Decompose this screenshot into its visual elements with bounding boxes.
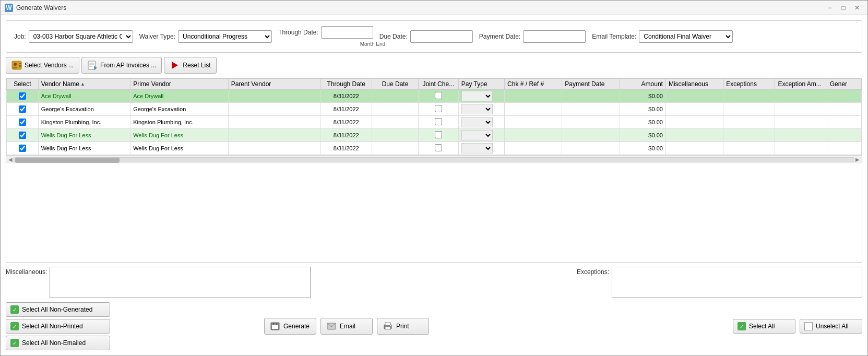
cell-amount-3: $0.00	[620, 129, 665, 142]
paytype-select-2[interactable]	[461, 117, 493, 127]
paytype-select-1[interactable]	[461, 104, 493, 114]
th-gener[interactable]: Gener	[827, 79, 861, 90]
joint-checkbox-0[interactable]	[435, 92, 442, 99]
cell-joint-4[interactable]	[418, 142, 458, 155]
cell-joint-3[interactable]	[418, 129, 458, 142]
unselect-all-button[interactable]: Unselect All	[800, 319, 862, 334]
waiver-type-label: Waiver Type:	[139, 33, 175, 40]
cell-due-2	[372, 116, 418, 129]
miscellaneous-textarea[interactable]	[50, 267, 311, 298]
cell-joint-0[interactable]	[418, 90, 458, 103]
generate-button[interactable]: Generate	[264, 318, 316, 335]
table-row: Kingston Plumbing, Inc. Kingston Plumbin…	[7, 116, 862, 129]
th-exceptions[interactable]: Exceptions	[723, 79, 775, 90]
toolbar: Select Vendors ... From AP Invoices ... …	[6, 57, 862, 74]
cell-excamt-2	[775, 116, 827, 129]
cell-parent-3	[228, 129, 320, 142]
email-template-label: Email Template:	[592, 33, 636, 40]
close-button[interactable]: ✕	[851, 3, 863, 13]
cell-select-0[interactable]	[7, 90, 39, 103]
payment-date-input[interactable]	[523, 30, 586, 43]
unselect-all-label: Unselect All	[816, 323, 849, 330]
scroll-right-arrow[interactable]: ▶	[854, 157, 861, 162]
cell-joint-1[interactable]	[418, 103, 458, 116]
non-printed-icon: ✓	[10, 322, 19, 330]
joint-checkbox-3[interactable]	[435, 131, 442, 138]
cell-prime-2: Kingston Plumbing, Inc.	[130, 116, 229, 129]
cell-gen-0	[827, 90, 861, 103]
cell-joint-2[interactable]	[418, 116, 458, 129]
minimize-button[interactable]: −	[824, 3, 836, 13]
th-vendor-name[interactable]: Vendor Name▲	[38, 79, 130, 90]
cell-paytype-2[interactable]	[458, 116, 504, 129]
th-amount[interactable]: Amount	[620, 79, 665, 90]
joint-checkbox-2[interactable]	[435, 118, 442, 125]
cell-paytype-3[interactable]	[458, 129, 504, 142]
email-label: Email	[340, 323, 355, 330]
select-all-non-generated-button[interactable]: ✓ Select All Non-Generated	[6, 302, 110, 317]
th-parent-vendor[interactable]: Parent Vendor	[228, 79, 320, 90]
vendor-table-container[interactable]: Select Vendor Name▲ Prime Vendor Parent …	[6, 78, 862, 263]
due-date-input[interactable]	[410, 30, 473, 43]
app-icon: W	[5, 4, 13, 12]
cell-select-3[interactable]	[7, 129, 39, 142]
row-checkbox-2[interactable]	[19, 118, 26, 126]
cell-paytype-0[interactable]	[458, 90, 504, 103]
cell-payment-1	[562, 103, 620, 116]
joint-checkbox-4[interactable]	[435, 144, 442, 151]
cell-excamt-3	[775, 129, 827, 142]
maximize-button[interactable]: □	[837, 3, 850, 13]
select-all-non-emailed-button[interactable]: ✓ Select All Non-Emailed	[6, 336, 110, 350]
cell-amount-4: $0.00	[620, 142, 665, 155]
unselect-all-icon	[804, 322, 813, 330]
cell-parent-4	[228, 142, 320, 155]
paytype-select-4[interactable]	[461, 143, 493, 153]
th-chk-ref[interactable]: Chk # / Ref #	[505, 79, 562, 90]
reset-list-button[interactable]: Reset List	[164, 57, 216, 74]
horizontal-scrollbar[interactable]: ◀ ▶	[6, 155, 862, 163]
cell-payment-4	[562, 142, 620, 155]
select-all-non-printed-button[interactable]: ✓ Select All Non-Printed	[6, 319, 110, 334]
cell-parent-2	[228, 116, 320, 129]
cell-paytype-1[interactable]	[458, 103, 504, 116]
th-due-date[interactable]: Due Date	[372, 79, 418, 90]
th-joint-che[interactable]: Joint Che...	[418, 79, 458, 90]
email-button[interactable]: Email	[320, 318, 373, 335]
cell-exceptions-2	[723, 116, 775, 129]
job-select[interactable]: 03-003 Harbor Square Athletic Club	[29, 30, 133, 43]
cell-select-2[interactable]	[7, 116, 39, 129]
due-date-group: Due Date:	[379, 30, 473, 43]
paytype-select-0[interactable]	[461, 91, 493, 101]
paytype-select-3[interactable]	[461, 130, 493, 140]
email-template-select[interactable]: Conditional Final Waiver	[639, 30, 733, 43]
through-date-input[interactable]: 8/31/2022	[321, 26, 373, 39]
job-group: Job: 03-003 Harbor Square Athletic Club	[14, 30, 133, 43]
th-miscellaneous[interactable]: Miscellaneous	[665, 79, 723, 90]
waiver-type-select[interactable]: Unconditional Progress	[178, 30, 272, 43]
select-all-button[interactable]: ✓ Select All	[733, 319, 795, 334]
row-checkbox-3[interactable]	[19, 132, 26, 139]
from-ap-invoices-button[interactable]: From AP Invoices ...	[81, 57, 162, 74]
row-checkbox-4[interactable]	[19, 145, 26, 152]
select-vendors-button[interactable]: Select Vendors ...	[6, 57, 79, 74]
th-payment-date[interactable]: Payment Date	[562, 79, 620, 90]
th-exception-am[interactable]: Exception Am...	[775, 79, 827, 90]
row-checkbox-1[interactable]	[19, 105, 26, 113]
scroll-left-arrow[interactable]: ◀	[7, 157, 14, 162]
th-pay-type[interactable]: Pay Type	[458, 79, 504, 90]
cell-paytype-4[interactable]	[458, 142, 504, 155]
cell-select-1[interactable]	[7, 103, 39, 116]
th-prime-vendor[interactable]: Prime Vendor	[130, 79, 229, 90]
cell-misc-3	[665, 129, 723, 142]
svg-marker-13	[172, 62, 178, 69]
exceptions-textarea[interactable]	[612, 267, 862, 298]
cell-vendor-1: George's Excavation	[38, 103, 130, 116]
non-emailed-label: Select All Non-Emailed	[22, 339, 86, 347]
joint-checkbox-1[interactable]	[435, 105, 442, 112]
print-button[interactable]: Print	[377, 318, 429, 335]
th-through-date[interactable]: Through Date	[320, 79, 372, 90]
cell-select-4[interactable]	[7, 142, 39, 155]
svg-point-3	[14, 63, 17, 66]
row-checkbox-0[interactable]	[19, 92, 26, 100]
cell-through-4: 8/31/2022	[320, 142, 372, 155]
